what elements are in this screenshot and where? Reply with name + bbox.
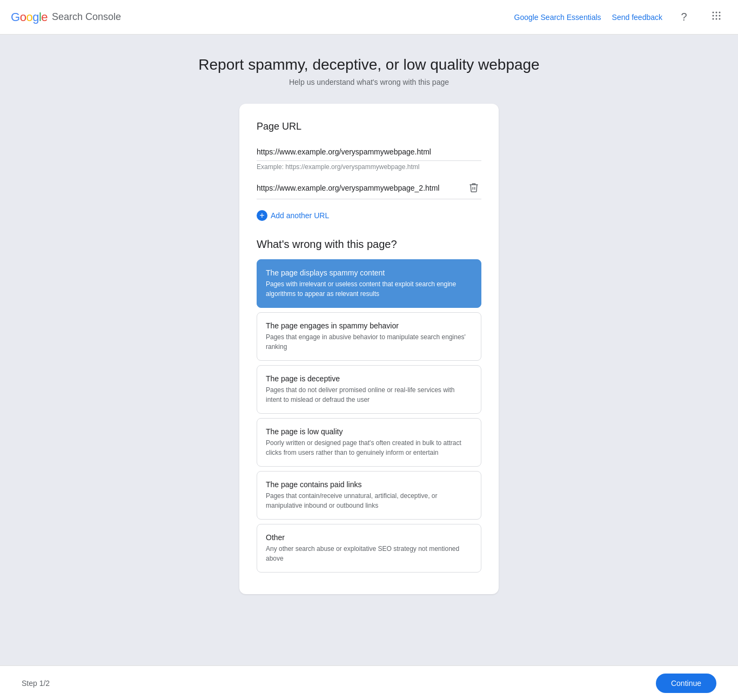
url-section: Page URL Example: https://example.org/ve…: [257, 121, 481, 221]
svg-point-4: [716, 15, 717, 17]
google-search-essentials-link[interactable]: Google Search Essentials: [514, 13, 601, 22]
form-card: Page URL Example: https://example.org/ve…: [239, 104, 499, 594]
option-low-quality[interactable]: The page is low quality Poorly written o…: [257, 418, 481, 467]
page-title: Report spammy, deceptive, or low quality…: [198, 56, 539, 73]
option-low-quality-title: The page is low quality: [266, 427, 472, 436]
send-feedback-link[interactable]: Send feedback: [612, 13, 662, 22]
apps-button[interactable]: [706, 6, 727, 28]
help-icon: ?: [681, 11, 687, 23]
option-paid-links-title: The page contains paid links: [266, 480, 472, 489]
add-url-label: Add another URL: [271, 211, 329, 220]
option-paid-links-desc: Pages that contain/receive unnatural, ar…: [266, 491, 472, 510]
option-other-desc: Any other search abuse or exploitative S…: [266, 544, 472, 563]
svg-point-1: [716, 12, 717, 14]
add-url-button[interactable]: + Add another URL: [257, 210, 329, 221]
svg-point-8: [719, 18, 721, 20]
google-logo: Google: [11, 10, 48, 24]
option-deceptive-title: The page is deceptive: [266, 374, 472, 383]
continue-button[interactable]: Continue: [656, 674, 716, 693]
header: Google Search Console Google Search Esse…: [0, 0, 738, 35]
svg-point-3: [713, 15, 714, 17]
option-deceptive[interactable]: The page is deceptive Pages that do not …: [257, 365, 481, 414]
option-paid-links[interactable]: The page contains paid links Pages that …: [257, 471, 481, 520]
delete-url2-button[interactable]: [466, 180, 481, 197]
svg-point-6: [713, 18, 714, 20]
option-other[interactable]: Other Any other search abuse or exploita…: [257, 524, 481, 573]
option-spammy-content-title: The page displays spammy content: [266, 268, 472, 277]
option-spammy-content-desc: Pages with irrelevant or useless content…: [266, 279, 472, 299]
whats-wrong-section: What's wrong with this page? The page di…: [257, 238, 481, 573]
option-spammy-content[interactable]: The page displays spammy content Pages w…: [257, 259, 481, 308]
grid-icon: [711, 10, 722, 24]
header-actions: Google Search Essentials Send feedback ?: [514, 6, 728, 28]
header-logo: Google Search Console: [11, 10, 121, 24]
url1-input[interactable]: [257, 143, 481, 161]
svg-point-5: [719, 15, 721, 17]
url2-input[interactable]: [257, 179, 462, 197]
trash-icon: [468, 182, 479, 194]
url1-wrapper: [257, 143, 481, 161]
page-url-label: Page URL: [257, 121, 481, 132]
svg-point-2: [719, 12, 721, 14]
footer: Step 1/2 Continue: [0, 665, 738, 700]
option-spammy-behavior-title: The page engages in spammy behavior: [266, 321, 472, 330]
plus-icon: +: [257, 210, 267, 221]
option-deceptive-desc: Pages that do not deliver promised onlin…: [266, 385, 472, 405]
page-subtitle: Help us understand what's wrong with thi…: [289, 78, 449, 86]
main-content: Report spammy, deceptive, or low quality…: [0, 35, 738, 637]
product-name: Search Console: [52, 11, 121, 23]
whats-wrong-title: What's wrong with this page?: [257, 238, 481, 251]
url1-hint: Example: https://example.org/veryspammyw…: [257, 163, 481, 171]
svg-point-7: [716, 18, 717, 20]
option-spammy-behavior[interactable]: The page engages in spammy behavior Page…: [257, 312, 481, 361]
option-other-title: Other: [266, 533, 472, 542]
help-button[interactable]: ?: [673, 6, 695, 28]
option-spammy-behavior-desc: Pages that engage in abusive behavior to…: [266, 332, 472, 352]
step-indicator: Step 1/2: [22, 679, 50, 688]
option-low-quality-desc: Poorly written or designed page that's o…: [266, 438, 472, 457]
svg-point-0: [713, 12, 714, 14]
url2-row: [257, 179, 481, 199]
